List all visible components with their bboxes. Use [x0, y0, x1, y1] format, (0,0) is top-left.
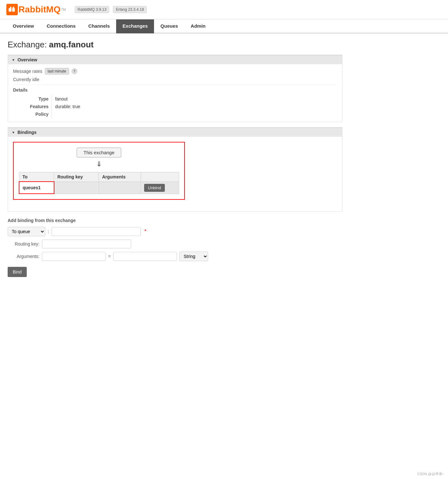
arrow-down-icon: ⇓	[19, 160, 179, 168]
details-type-row: Type fanout	[13, 95, 337, 103]
col-routing-key: Routing key	[54, 172, 99, 182]
overview-section-header[interactable]: ▼ Overview	[8, 55, 342, 64]
rate-badge[interactable]: last minute	[45, 68, 69, 74]
policy-value	[51, 110, 337, 118]
message-rates-row: Message rates last minute ?	[13, 68, 337, 74]
logo-rabbit: Rabbit	[18, 4, 46, 14]
details-table: Type fanout Features durable: true Polic…	[13, 95, 337, 118]
overview-section: ▼ Overview Message rates last minute ? C…	[8, 55, 342, 122]
bindings-table-header-row: To Routing key Arguments	[19, 172, 179, 182]
bindings-diagram: This exchange ⇓ To Routing key Arguments	[13, 142, 185, 200]
main-content: Exchange: amq.fanout ▼ Overview Message …	[0, 33, 350, 283]
page-title-prefix: Exchange:	[8, 40, 47, 49]
features-value: durable: true	[51, 103, 337, 110]
svg-rect-2	[10, 7, 11, 9]
exchange-box-label: This exchange	[77, 148, 121, 157]
arguments-label: Arguments:	[8, 254, 39, 259]
col-action	[141, 172, 179, 182]
type-label: Type	[13, 95, 51, 103]
arguments-type-select[interactable]: String Number Boolean	[179, 252, 208, 261]
logo: RabbitMQ TM	[6, 4, 66, 15]
to-queue-select[interactable]: To queue To exchange	[8, 227, 45, 236]
bindings-table-body: queues1 Unbind	[19, 182, 179, 194]
nav-item-admin[interactable]: Admin	[184, 19, 212, 33]
required-star: *	[144, 229, 146, 234]
logo-icon	[6, 4, 18, 15]
nav-item-queues[interactable]: Queues	[154, 19, 184, 33]
arguments-value-input[interactable]	[113, 252, 177, 261]
binding-to-cell: queues1	[19, 182, 54, 194]
details-label: Details	[13, 85, 337, 93]
details-features-row: Features durable: true	[13, 103, 337, 110]
equals-sign: =	[108, 254, 111, 259]
rabbitmq-version-badge: RabbitMQ 3.9.13	[75, 6, 109, 13]
routing-key-label: Routing key:	[8, 241, 39, 246]
logo-mq: MQ	[46, 4, 60, 14]
message-rates-label: Message rates	[13, 69, 42, 74]
unbind-button[interactable]: Unbind	[144, 184, 165, 192]
question-badge[interactable]: ?	[72, 68, 77, 74]
binding-routing-key-cell	[54, 182, 99, 194]
routing-key-input[interactable]	[42, 240, 131, 248]
page-title: Exchange: amq.fanout	[8, 40, 342, 50]
col-arguments: Arguments	[99, 172, 141, 182]
bindings-section: ▼ Bindings This exchange ⇓ To Routing ke…	[8, 127, 342, 212]
table-row: queues1 Unbind	[19, 182, 179, 194]
bindings-section-label: Bindings	[18, 130, 37, 135]
to-queue-row: To queue To exchange : *	[8, 227, 342, 236]
arguments-key-input[interactable]	[42, 252, 106, 261]
bind-button[interactable]: Bind	[8, 267, 27, 277]
bindings-section-header[interactable]: ▼ Bindings	[8, 128, 342, 137]
svg-rect-3	[13, 7, 14, 9]
col-to: To	[19, 172, 54, 182]
binding-action-cell: Unbind	[141, 182, 179, 194]
overview-content: Message rates last minute ? Currently id…	[8, 64, 342, 122]
binding-arguments-cell	[99, 182, 141, 194]
nav-item-connections[interactable]: Connections	[40, 19, 82, 33]
bindings-chevron-icon: ▼	[12, 131, 15, 134]
logo-text: RabbitMQ	[18, 4, 60, 15]
page-title-name: amq.fanout	[49, 40, 94, 49]
overview-section-label: Overview	[18, 57, 37, 62]
nav-item-exchanges[interactable]: Exchanges	[116, 19, 154, 33]
logo-tm: TM	[61, 8, 66, 11]
queue-name-input[interactable]	[52, 227, 141, 236]
bindings-table: To Routing key Arguments queues1 U	[19, 172, 179, 194]
nav-item-channels[interactable]: Channels	[82, 19, 116, 33]
rabbit-logo-svg	[8, 5, 16, 14]
erlang-version-badge: Erlang 23.3.4.18	[113, 6, 147, 13]
header: RabbitMQ TM RabbitMQ 3.9.13 Erlang 23.3.…	[0, 0, 448, 19]
policy-label: Policy	[13, 110, 51, 118]
add-binding-title: Add binding from this exchange	[8, 218, 342, 223]
nav-item-overview[interactable]: Overview	[6, 19, 40, 33]
add-binding-section: Add binding from this exchange To queue …	[8, 218, 342, 277]
arguments-row: Arguments: = String Number Boolean	[8, 252, 342, 261]
bindings-table-head: To Routing key Arguments	[19, 172, 179, 182]
routing-key-row: Routing key:	[8, 240, 342, 248]
colon-separator: :	[48, 229, 49, 234]
bindings-content: This exchange ⇓ To Routing key Arguments	[8, 137, 342, 211]
type-value: fanout	[51, 95, 337, 103]
main-nav: Overview Connections Channels Exchanges …	[0, 19, 448, 33]
idle-text: Currently idle	[13, 77, 337, 82]
features-label: Features	[13, 103, 51, 110]
overview-chevron-icon: ▼	[12, 58, 15, 62]
exchange-box: This exchange	[19, 148, 179, 157]
details-policy-row: Policy	[13, 110, 337, 118]
